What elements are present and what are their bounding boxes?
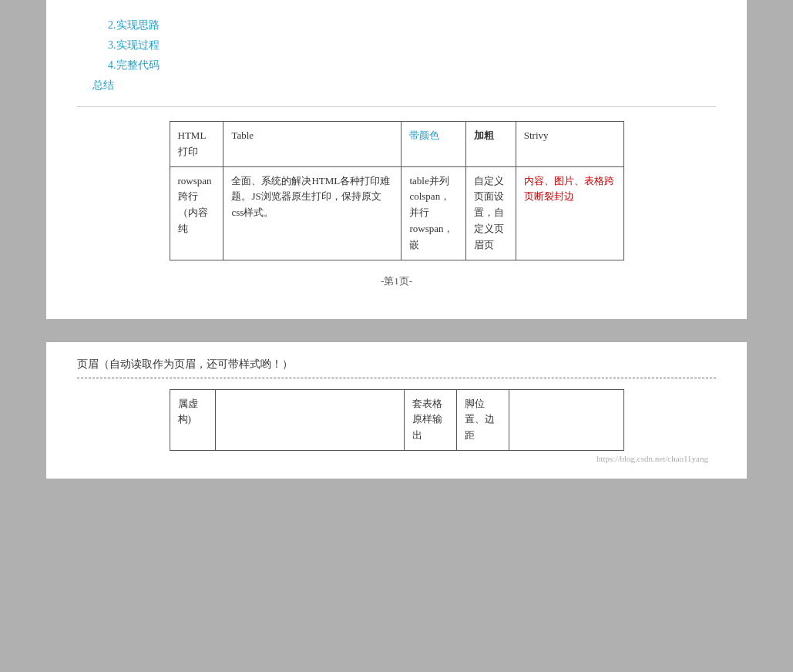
table-header-row: HTML 打印 Table 带颜色 加粗 Strivy	[170, 122, 623, 167]
toc-link-summary[interactable]: 总结	[77, 76, 716, 96]
cell-strivy: 内容、图片、表格跨页断裂封边	[516, 166, 623, 260]
section-divider	[77, 106, 716, 107]
page2: 页眉（自动读取作为页眉，还可带样式哟！） 属虚构) 套表格原样输出 脚位置、边距…	[46, 342, 747, 479]
page-container: 2.实现思路 3.实现过程 4.完整代码 总结 HTML 打印 Table 带颜…	[0, 0, 793, 672]
second-table-row: 属虚构) 套表格原样输出 脚位置、边距	[170, 389, 623, 450]
header-bold: 加粗	[466, 122, 516, 167]
second-cell-attr: 属虚构)	[170, 389, 215, 450]
cell-bold: 自定义页面设置，自定义页眉页	[466, 166, 516, 260]
header-color-text: 带颜色	[409, 129, 439, 141]
toc-link-4[interactable]: 4.完整代码	[77, 55, 716, 76]
header-html: HTML 打印	[170, 122, 223, 167]
cell-html: rowspan跨行（内容纯	[170, 166, 223, 260]
cell-table: 全面、系统的解决HTML各种打印难题。JS浏览器原生打印，保持原文css样式。	[223, 166, 402, 260]
header-note: 页眉（自动读取作为页眉，还可带样式哟！）	[77, 358, 716, 371]
toc-link-2[interactable]: 2.实现思路	[77, 15, 716, 35]
header-bold-text: 加粗	[474, 129, 494, 141]
toc: 2.实现思路 3.实现过程 4.完整代码 总结	[77, 15, 716, 96]
second-cell-empty2	[509, 389, 623, 450]
cell-strivy-text: 内容、图片、表格跨页断裂封边	[524, 175, 614, 203]
second-table: 属虚构) 套表格原样输出 脚位置、边距	[170, 389, 624, 451]
page1: 2.实现思路 3.实现过程 4.完整代码 总结 HTML 打印 Table 带颜…	[46, 0, 747, 319]
second-cell-col3: 套表格原样输出	[404, 389, 456, 450]
toc-link-3[interactable]: 3.实现过程	[77, 35, 716, 55]
watermark: https://blog.csdn.net/chao11yang	[77, 451, 716, 463]
dashed-divider	[77, 378, 716, 378]
page-number: -第1页-	[77, 260, 716, 296]
second-cell-col4: 脚位置、边距	[457, 389, 509, 450]
header-strivy: Strivy	[516, 122, 623, 167]
main-table: HTML 打印 Table 带颜色 加粗 Strivy rowspan跨行（内容…	[170, 121, 624, 260]
second-cell-empty	[215, 389, 404, 450]
header-color: 带颜色	[402, 122, 466, 167]
header-table: Table	[223, 122, 402, 167]
cell-color: table并列colspan，并行rowspan，嵌	[402, 166, 466, 260]
table-row: rowspan跨行（内容纯 全面、系统的解决HTML各种打印难题。JS浏览器原生…	[170, 166, 623, 260]
page-break	[0, 319, 793, 342]
